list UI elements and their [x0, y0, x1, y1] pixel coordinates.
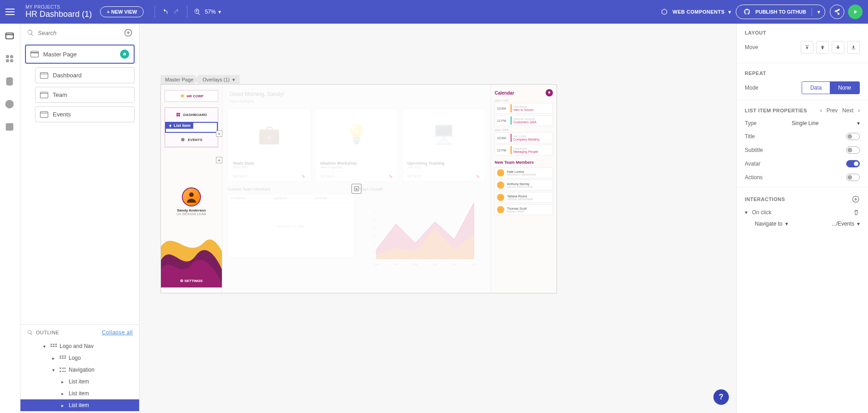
tree-item[interactable]: ▾Navigation: [20, 364, 139, 376]
svg-text:Jan: Jan: [374, 263, 379, 266]
github-icon: [743, 7, 752, 16]
user-role: UX DESIGN LEAD: [165, 212, 218, 216]
design-user-block: Sandy Anderson UX DESIGN LEAD ⚙ SETTINGS: [165, 187, 218, 287]
outline-header: OUTLINE Collapse all: [20, 324, 139, 340]
delete-icon[interactable]: [853, 209, 860, 216]
add-page-icon[interactable]: [124, 28, 133, 37]
page-item-dashboard[interactable]: Dashboard: [35, 67, 135, 83]
chevron-down-icon[interactable]: ▾: [745, 209, 748, 216]
share-button[interactable]: [830, 5, 844, 19]
subtitle-toggle[interactable]: [846, 146, 860, 154]
svg-point-25: [60, 371, 61, 373]
design-nav-dashboard[interactable]: DASHBOARD: [165, 108, 218, 122]
svg-rect-0: [6, 33, 14, 39]
framework-icon: [660, 7, 669, 16]
move-down-button[interactable]: [832, 41, 844, 54]
move-bottom-button[interactable]: [847, 41, 860, 54]
page-item-events[interactable]: Events: [35, 106, 135, 122]
rail-theme-icon[interactable]: [5, 99, 15, 110]
tool-rail: [0, 24, 20, 413]
actions-toggle[interactable]: [846, 174, 860, 181]
insert-handle-icon[interactable]: +: [216, 157, 222, 163]
svg-point-5: [10, 60, 13, 62]
divider: [187, 5, 187, 18]
svg-rect-15: [53, 346, 55, 347]
svg-text:Feb: Feb: [394, 263, 399, 266]
empty-grid: FirstNameLastNameHireDate Grid has no da…: [228, 194, 354, 258]
zoom-control[interactable]: 57% ▾: [193, 7, 221, 16]
breadcrumb-item[interactable]: Master Page: [161, 75, 198, 84]
undo-icon[interactable]: [161, 7, 170, 16]
page-item-master[interactable]: Master Page: [25, 45, 135, 64]
svg-rect-19: [65, 356, 66, 357]
search-input[interactable]: [38, 30, 120, 36]
canvas[interactable]: Master Page Overlays (1) ▾ HR CORP DASHB…: [140, 24, 736, 413]
design-nav-events[interactable]: EVENTS: [165, 133, 218, 147]
design-nav-listitem-selected[interactable]: List item: [165, 122, 218, 133]
rail-data-icon[interactable]: [5, 76, 15, 87]
page-item-team[interactable]: Team: [35, 87, 135, 103]
projects-label: MY PROJECTS: [25, 5, 92, 10]
svg-point-9: [7, 125, 9, 126]
move-top-button[interactable]: [801, 41, 813, 54]
menu-icon[interactable]: [5, 5, 18, 18]
page-icon: [40, 72, 48, 79]
new-view-button[interactable]: + NEW VIEW: [100, 6, 144, 17]
next-button[interactable]: Next: [842, 107, 853, 114]
mode-none-button[interactable]: None: [830, 82, 859, 94]
section-label: LIST ITEM PROPERTIES: [745, 108, 807, 113]
move-up-button[interactable]: [816, 41, 829, 54]
outline-tree[interactable]: ▾Logo and Nav ▸Logo ▾Navigation ▸List it…: [20, 340, 139, 413]
target-select[interactable]: .../Events▾: [832, 221, 860, 227]
collapse-all-link[interactable]: Collapse all: [102, 329, 133, 336]
rail-components-icon[interactable]: [5, 54, 15, 65]
chevron-left-icon[interactable]: ‹: [820, 107, 822, 114]
title-toggle[interactable]: [846, 133, 860, 140]
avatar-toggle[interactable]: [846, 160, 860, 167]
chevron-right-icon[interactable]: ›: [858, 107, 860, 114]
publish-github-button[interactable]: PUBLISH TO GITHUB ▾: [736, 5, 825, 19]
interaction-name: On click: [752, 209, 772, 216]
svg-point-23: [60, 368, 61, 369]
tree-label: Navigation: [69, 367, 95, 373]
project-title[interactable]: HR Dashboard (1): [25, 10, 92, 19]
design-nav: DASHBOARD List item EVENTS +: [165, 107, 218, 147]
chevron-down-icon: ▾: [232, 77, 235, 83]
redo-icon[interactable]: [172, 7, 181, 16]
tree-item[interactable]: ▸List item: [20, 388, 139, 399]
tree-label: Logo and Nav: [60, 343, 94, 349]
tree-item-selected[interactable]: ▸List item: [20, 399, 139, 411]
tree-item[interactable]: ▸Logo: [20, 352, 139, 364]
svg-point-2: [6, 55, 9, 58]
prev-button[interactable]: Prev: [827, 107, 838, 114]
insert-handle-icon[interactable]: +: [216, 131, 222, 137]
add-interaction-icon[interactable]: [852, 195, 860, 203]
chevron-down-icon: ▾: [818, 9, 820, 15]
mode-data-button[interactable]: Data: [802, 82, 830, 94]
mode-segmented[interactable]: Data None: [802, 81, 860, 94]
artboard[interactable]: HR CORP DASHBOARD List item: [161, 84, 557, 293]
help-button[interactable]: ?: [713, 389, 729, 405]
breadcrumb-item[interactable]: Overlays (1) ▾: [195, 75, 240, 85]
prop-label: Type: [745, 120, 757, 126]
section-title: New Team Members: [495, 160, 553, 165]
action-select[interactable]: Navigate to▾: [755, 221, 788, 227]
svg-text:0: 0: [373, 258, 375, 261]
preview-button[interactable]: [848, 5, 863, 19]
rail-views-icon[interactable]: [5, 31, 15, 42]
framework-selector[interactable]: WEB COMPONENTS ▾: [660, 7, 731, 16]
outline-label: OUTLINE: [36, 330, 59, 335]
rail-assets-icon[interactable]: [5, 122, 15, 133]
tree-item[interactable]: ▾Logo and Nav: [20, 340, 139, 352]
svg-rect-30: [178, 115, 180, 116]
svg-text:Mar: Mar: [413, 263, 417, 266]
design-settings-button[interactable]: ⚙ SETTINGS: [165, 279, 218, 283]
type-select[interactable]: Single Line▾: [792, 120, 860, 126]
svg-text:7: 7: [373, 204, 375, 206]
svg-rect-26: [62, 371, 66, 372]
team-growth-chart: 01234567JanFebMarAprMayJul: [359, 194, 485, 267]
top-bar: MY PROJECTS HR Dashboard (1) + NEW VIEW …: [0, 0, 868, 24]
svg-text:Apr: Apr: [433, 263, 437, 266]
user-name: Sandy Anderson: [165, 208, 218, 212]
tree-item[interactable]: ▸List item: [20, 376, 139, 388]
